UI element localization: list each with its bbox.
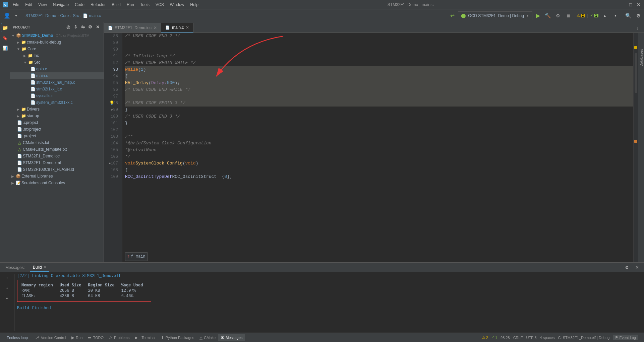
maximize-button[interactable]: □ <box>628 2 633 7</box>
minimize-button[interactable]: ─ <box>620 2 625 7</box>
tree-core[interactable]: ▼ 📁 Core <box>10 46 104 52</box>
breadcrumb-file[interactable]: 📄main.c <box>83 13 101 18</box>
tree-ioc[interactable]: 📄 STM32F1_Demo.ioc <box>10 153 104 159</box>
cursor-position[interactable]: 98:28 <box>501 336 510 340</box>
run-config-dropdown[interactable]: ▼ <box>526 14 529 17</box>
tree-ext-libs[interactable]: ▶ 📦 External Libraries <box>10 173 104 180</box>
tree-hal-msp[interactable]: 📄 stm32f1xx_hal_msp.c <box>10 79 104 86</box>
toolbar-build-btn[interactable]: 🔨 <box>544 11 552 20</box>
sidebar-settings-btn[interactable]: ⚙ <box>87 24 94 30</box>
menu-run[interactable]: Run <box>124 2 137 8</box>
tab-ioc[interactable]: 📄 STM32F1_Demo.ioc ✕ <box>104 23 161 32</box>
charset[interactable]: UTF-8 <box>526 336 536 340</box>
tree-scratches[interactable]: ▶ 📝 Scratches and Consoles <box>10 180 104 186</box>
toolbar-settings-btn[interactable]: ⚙ <box>634 11 643 20</box>
menu-tools[interactable]: Tools <box>137 2 152 8</box>
menu-build[interactable]: Build <box>109 2 123 8</box>
bottom-content[interactable]: ↑ ↓ ⇔ [2/2] Linking C executable STM32F1… <box>0 272 644 333</box>
tree-cmake-build[interactable]: ▶ 📁 cmake-build-debug <box>10 39 104 46</box>
ok-indicator[interactable]: ✓ 1 <box>590 13 598 18</box>
menu-view[interactable]: View <box>36 2 50 8</box>
bottom-hide-btn[interactable]: ✕ <box>633 263 641 272</box>
tree-project[interactable]: 📄 .project <box>10 133 104 139</box>
tree-cproject[interactable]: 📄 .cproject <box>10 119 104 126</box>
sidebar-locate-btn[interactable]: ◎ <box>65 24 71 30</box>
menu-edit[interactable]: Edit <box>22 2 35 8</box>
editor-scrollbar[interactable] <box>633 33 638 262</box>
tab-overflow-btn[interactable]: ⋮ <box>634 24 641 32</box>
menu-vcs[interactable]: VCS <box>153 2 167 8</box>
tab-ioc-close[interactable]: ✕ <box>154 25 157 30</box>
tree-system[interactable]: 📄 system_stm32f1xx.c <box>10 99 104 106</box>
toolbar-profile-btn[interactable]: 👤 <box>3 11 11 20</box>
sbtab-python-packages[interactable]: ⬆ Python Packages <box>158 334 197 341</box>
databases-panel-tab[interactable]: Databases <box>638 33 644 262</box>
sbtab-cmake[interactable]: △ CMake <box>197 334 218 341</box>
toolbar-expand-btn[interactable]: ▲ <box>600 11 609 20</box>
activity-structure[interactable]: 📊 <box>1 44 9 52</box>
toolbar-search-btn[interactable]: 🔍 <box>624 11 633 20</box>
event-log-btn[interactable]: ⚑ Event Log <box>613 335 638 340</box>
sbtab-messages[interactable]: ✉ Messages <box>218 334 245 341</box>
warn-indicator[interactable]: ⚠ 2 <box>577 13 585 18</box>
indent-setting[interactable]: 4 spaces <box>540 336 555 340</box>
menu-refactor[interactable]: Refactor <box>88 2 108 8</box>
build-scroll-down[interactable]: ↓ <box>3 284 11 292</box>
bottom-tab-messages[interactable]: Messages: <box>3 264 27 271</box>
menu-help[interactable]: Help <box>187 2 201 8</box>
tree-xml[interactable]: 📄 STM32F1_Demo.xml <box>10 159 104 166</box>
line-ending[interactable]: CRLF <box>513 336 523 340</box>
sbtab-todo[interactable]: ☰ TODO <box>85 334 106 341</box>
breadcrumb-core[interactable]: Core <box>60 13 69 18</box>
tree-it[interactable]: 📄 stm32f1xx_it.c <box>10 86 104 92</box>
tree-ld[interactable]: 📄 STM32F103C8Tx_FLASH.ld <box>10 166 104 173</box>
tree-src[interactable]: ▼ 📁 Src <box>10 59 104 66</box>
toolbar-collapse-btn[interactable]: ▼ <box>611 11 620 20</box>
tree-mxproject[interactable]: 📄 .mxproject <box>10 126 104 133</box>
tab-main-close[interactable]: ✕ <box>186 25 189 30</box>
close-button[interactable]: ✕ <box>636 2 641 7</box>
sidebar-collapse-all-btn[interactable]: ⇆ <box>79 24 86 30</box>
sbtab-version-control[interactable]: ⎇ Version Control <box>32 334 69 341</box>
menu-navigate[interactable]: Navigate <box>50 2 71 8</box>
bottom-tab-build[interactable]: Build ✕ <box>30 264 49 272</box>
toolbar-back-btn[interactable]: ↩ <box>448 11 457 20</box>
menu-window[interactable]: Window <box>167 2 187 8</box>
toolbar-stop-btn[interactable]: ⏹ <box>564 11 573 20</box>
menu-file[interactable]: File <box>10 2 22 8</box>
run-config[interactable]: ⬤ OCD STM32F1_Demo | Debug ▼ <box>458 11 532 20</box>
code-editor[interactable]: /* USER CODE END 2 */ /* Infinite loop *… <box>122 33 633 262</box>
toolbar-dropdown-btn[interactable]: ▼ <box>12 11 20 20</box>
build-scroll-up[interactable]: ↑ <box>3 274 11 282</box>
activity-bookmarks[interactable]: 🔖 <box>1 33 9 42</box>
tree-drivers[interactable]: ▶ 📁 Drivers <box>10 106 104 113</box>
breadcrumb-src[interactable]: Src <box>73 13 79 18</box>
sbtab-problems[interactable]: ⚠ Problems <box>106 334 132 341</box>
activity-project[interactable]: 📁 <box>1 23 9 32</box>
tree-root[interactable]: ▼ 📦 STM32F1_Demo D:\LionProjects\STM <box>10 32 104 39</box>
menu-code[interactable]: Code <box>72 2 87 8</box>
sbtab-terminal[interactable]: ▶_ Terminal <box>132 334 158 341</box>
tree-gpio[interactable]: 📄 gpio.c <box>10 66 104 72</box>
tree-inc[interactable]: ▶ 📁 Inc <box>10 52 104 59</box>
tree-syscalls[interactable]: 📄 syscalls.c <box>10 92 104 99</box>
sbtab-run[interactable]: ▶ Run <box>69 334 85 341</box>
build-expand[interactable]: ⇔ <box>3 294 11 302</box>
tree-cmake[interactable]: △ CMakeLists.txt <box>10 139 104 146</box>
run-icon: ▶ <box>71 335 74 340</box>
statusbar: Endless loop ⎇ Version Control ▶ Run ☰ T… <box>0 333 644 342</box>
toolbar-debug-btn[interactable]: ⚙ <box>554 11 563 20</box>
tree-cmake-template[interactable]: △ CMakeLists_template.txt <box>10 146 104 153</box>
tree-startup[interactable]: ▶ 📁 startup <box>10 113 104 119</box>
cmake-template-label: CMakeLists_template.txt <box>23 147 67 152</box>
tab-main[interactable]: 📄 main.c ✕ <box>161 23 193 32</box>
breadcrumb-project[interactable]: STM32F1_Demo <box>25 13 56 18</box>
toolbar-run-btn[interactable]: ▶ <box>534 11 542 20</box>
tree-main[interactable]: 📄 main.c <box>10 72 104 79</box>
event-log-icon: ⚑ <box>615 335 618 340</box>
bottom-settings-btn[interactable]: ⚙ <box>623 263 631 272</box>
sidebar-expand-all-btn[interactable]: ⇕ <box>72 24 79 30</box>
sidebar-close-btn[interactable]: ✕ <box>94 24 101 30</box>
build-link-line: [2/2] Linking C executable STM32F1_Demo.… <box>17 274 641 278</box>
build-tab-close[interactable]: ✕ <box>43 265 46 269</box>
